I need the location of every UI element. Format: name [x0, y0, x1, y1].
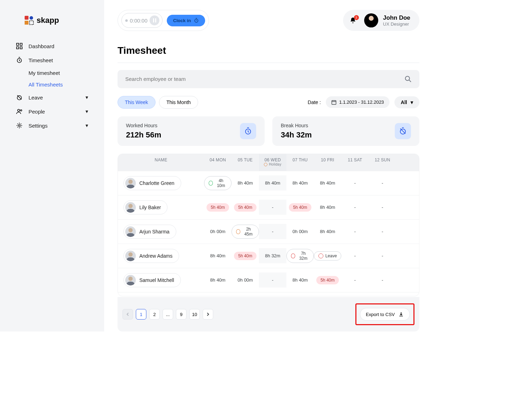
employee-cell[interactable]: Andrew Adams [118, 244, 204, 268]
page-prev[interactable] [122, 309, 133, 320]
page-next[interactable] [203, 309, 213, 320]
page-2[interactable]: 2 [149, 309, 160, 320]
svg-point-12 [195, 19, 198, 22]
time-cell: - [341, 248, 369, 263]
stopwatch-icon [194, 18, 199, 23]
employee-cell[interactable]: Arjun Sharma [118, 220, 204, 244]
nav-dashboard[interactable]: Dashboard [9, 39, 95, 53]
time-cell: - [259, 272, 286, 288]
status-dot-icon [125, 19, 128, 22]
nav-settings[interactable]: Settings ▾ [9, 118, 95, 133]
employee-cell[interactable]: Charlotte Green [118, 171, 204, 195]
column-header: 04 MON [204, 154, 232, 171]
time-cell: 8h 40m [204, 248, 232, 263]
logo-text: skapp [37, 16, 59, 25]
employee-cell[interactable]: Joshua Carter [118, 292, 204, 296]
page-10[interactable]: 10 [189, 309, 200, 320]
svg-point-21 [128, 252, 133, 257]
time-cell: 4h 10m [204, 171, 232, 195]
nav-timesheet[interactable]: Timesheet [9, 53, 95, 67]
time-cell: 5h 40m [204, 295, 232, 296]
time-cell: 5h 40m [286, 198, 314, 217]
export-csv-button[interactable]: Export to CSV [360, 308, 410, 321]
tab-this-month[interactable]: This Month [159, 96, 198, 109]
main: 0:00:00 Clock in 3 John Doe UX Designer [104, 0, 433, 331]
svg-point-13 [369, 16, 374, 21]
employee-cell[interactable]: Samuel Mitchell [118, 268, 204, 292]
column-header: 12 SUN [369, 154, 396, 171]
timer-widget: 0:00:00 Clock in [118, 10, 209, 31]
time-cell: - [369, 200, 396, 215]
time-cell: - [259, 200, 286, 215]
user-role: UX Designer [383, 21, 410, 27]
table-row: Arjun Sharma0h 00m2h 45m-0h 00m8h 40m-- [118, 219, 419, 244]
notification-badge: 3 [354, 15, 359, 20]
user-name: John Doe [383, 14, 410, 21]
timer-icon [240, 123, 256, 139]
filters: This Week This Month Date : 1.1.2023 - 3… [118, 96, 419, 109]
time-cell: 8h 40m [286, 175, 314, 191]
calendar-icon [331, 100, 336, 105]
time-cell: 5h 40m [232, 198, 259, 217]
pause-button[interactable] [150, 15, 159, 25]
svg-point-18 [128, 180, 133, 184]
time-cell: 8h 32m [259, 248, 286, 263]
time-cell: 8h 40m [259, 175, 286, 191]
page-...[interactable]: ... [163, 309, 173, 320]
notifications-button[interactable]: 3 [349, 17, 356, 24]
column-header: NAME [118, 154, 204, 171]
people-icon [16, 108, 23, 115]
page-1[interactable]: 1 [136, 309, 146, 320]
user-info: John Doe UX Designer [383, 14, 410, 27]
time-cell: - [259, 224, 286, 239]
gear-icon [16, 122, 23, 129]
timer-off-icon [395, 123, 411, 139]
nav-leave[interactable]: Leave ▾ [9, 90, 95, 104]
employee-cell[interactable]: Lily Baker [118, 195, 204, 219]
user-widget[interactable]: 3 John Doe UX Designer [343, 10, 419, 31]
nav-people[interactable]: People ▾ [9, 104, 95, 118]
time-cell: 8h 40m [314, 175, 341, 191]
svg-rect-0 [25, 16, 28, 20]
logo: skapp [25, 16, 104, 25]
svg-point-10 [20, 110, 22, 111]
svg-point-11 [19, 125, 20, 127]
svg-rect-4 [20, 43, 22, 45]
filter-all[interactable]: All ▾ [394, 96, 419, 108]
nav-all-timesheets[interactable]: All Timesheets [28, 79, 95, 90]
time-cell: - [341, 175, 369, 191]
time-cell: 0h 00m [204, 224, 232, 239]
table-footer: 12...910 Export to CSV [118, 297, 419, 331]
date-range-picker[interactable]: 1.1.2023 - 31.12.2023 [326, 96, 390, 108]
nav-dashboard-label: Dashboard [28, 43, 54, 49]
time-cell: - [369, 272, 396, 288]
nav-timesheet-label: Timesheet [28, 57, 53, 63]
time-cell: - [341, 200, 369, 215]
caret-down-icon: ▾ [86, 94, 88, 101]
timer-value: 0:00:00 [130, 18, 147, 24]
caret-down-icon: ▾ [411, 99, 413, 105]
svg-point-1 [30, 16, 33, 20]
time-cell: - [341, 272, 369, 288]
svg-point-14 [405, 76, 410, 81]
tab-this-week[interactable]: This Week [118, 96, 156, 109]
table-row: Andrew Adams8h 40m5h 40m8h 32m7h 32mLeav… [118, 244, 419, 268]
timesheet-table: NAME04 MON05 TUE06 WEDHoliday07 THU10 FR… [118, 154, 419, 296]
clock-in-button[interactable]: Clock in [167, 15, 205, 26]
time-cell: 5h 40m [204, 198, 232, 217]
time-cell: 7h 32m [286, 244, 314, 268]
page-9[interactable]: 9 [176, 309, 186, 320]
svg-point-20 [128, 228, 133, 232]
column-header: 11 SAT [341, 154, 369, 171]
timer-icon [16, 57, 23, 64]
time-cell: - [341, 224, 369, 239]
time-cell: 5h 40m [314, 271, 341, 289]
download-icon [398, 311, 404, 317]
nav-my-timesheet[interactable]: My timesheet [28, 67, 95, 79]
sidebar: skapp Dashboard Timesheet My timesheet A… [0, 0, 104, 331]
search-input[interactable] [125, 76, 405, 82]
search-bar[interactable] [118, 70, 419, 88]
page-title: Timesheet [118, 45, 419, 56]
svg-point-9 [18, 109, 20, 111]
timer-off-icon [16, 94, 23, 101]
